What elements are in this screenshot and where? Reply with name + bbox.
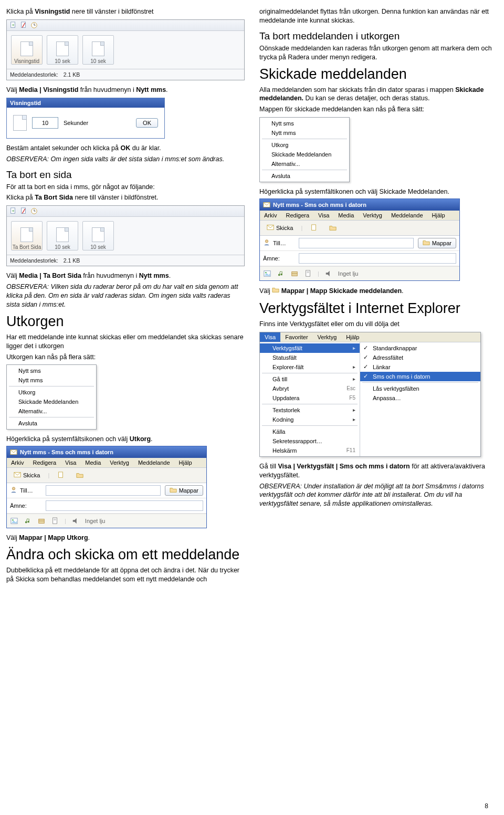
ie-menu-favoriter[interactable]: Favoriter: [280, 332, 312, 342]
status-label: Meddelandestorlek:: [10, 257, 58, 264]
menu-arkiv[interactable]: Arkiv: [7, 458, 28, 467]
menu-redigera[interactable]: Redigera: [28, 458, 60, 467]
seconds-input[interactable]: [32, 117, 58, 129]
menu-item[interactable]: Standardknappar: [360, 343, 480, 353]
slide-thumb[interactable]: 10 sek: [47, 221, 78, 250]
visningstid-button[interactable]: Visningstid: [11, 35, 43, 65]
menu-meddelande[interactable]: Meddelande: [134, 458, 174, 467]
para: Gå till Visa | Verktygsfält | Sms och mm…: [259, 462, 498, 480]
menu-item-alternativ[interactable]: Alternativ...: [7, 406, 96, 416]
para: Mappen för skickade meddelanden kan nås …: [259, 105, 498, 114]
menu-item[interactable]: Textstorlek: [260, 405, 360, 415]
menu-media[interactable]: Media: [81, 458, 105, 467]
menu-item[interactable]: AvbrytEsc: [260, 384, 360, 393]
menu-item-utkorg[interactable]: Utkorg: [260, 140, 349, 150]
menu-item[interactable]: Lås verktygsfälten: [360, 384, 480, 393]
page-icon[interactable]: [54, 471, 68, 480]
menu-item-alternativ[interactable]: Alternativ...: [260, 159, 349, 169]
menu-item-skickade[interactable]: Skickade Meddelanden: [260, 150, 349, 159]
para: Dubbelklicka på ett meddelande för att ö…: [6, 566, 245, 584]
menu-item[interactable]: Sekretessrapport…: [260, 436, 360, 446]
ie-menu-verktyg[interactable]: Verktyg: [313, 332, 342, 342]
menu-item-utkorg[interactable]: Utkorg: [7, 388, 96, 397]
speaker-icon[interactable]: [324, 269, 333, 278]
menu-item[interactable]: Sms och mms i datorn: [360, 372, 480, 381]
ie-visa-menu: Visa Favoriter Verktyg Hjälp Verktygsfäl…: [259, 332, 481, 457]
folder-icon[interactable]: [72, 471, 87, 480]
heading-andra-skicka: Ändra och skicka om ett meddelande: [6, 547, 245, 563]
menu-item-avsluta[interactable]: Avsluta: [260, 171, 349, 181]
mappar-button[interactable]: Mappar: [165, 485, 203, 496]
insert-image-icon[interactable]: [10, 517, 18, 525]
remove-page-icon[interactable]: [20, 22, 27, 29]
insert-audio-icon[interactable]: [277, 269, 285, 278]
menu-item[interactable]: Verktygsfält: [260, 343, 360, 353]
menu-item-nytt-sms[interactable]: Nytt sms: [7, 366, 96, 375]
menu-item-nytt-mms[interactable]: Nytt mms: [260, 128, 349, 138]
insert-object-icon[interactable]: [37, 517, 46, 525]
menu-media[interactable]: Media: [334, 211, 358, 220]
menu-item[interactable]: Kodning: [260, 415, 360, 424]
menu-item-avsluta[interactable]: Avsluta: [7, 419, 96, 428]
subject-input[interactable]: [299, 253, 456, 264]
insert-object-icon[interactable]: [290, 269, 299, 278]
menu-visa[interactable]: Visa: [61, 458, 80, 467]
insert-text-icon[interactable]: [304, 269, 312, 278]
skicka-button[interactable]: Skicka: [263, 223, 297, 233]
clock-icon[interactable]: [30, 22, 38, 29]
ie-menu-visa[interactable]: Visa: [260, 332, 280, 342]
menu-redigera[interactable]: Redigera: [281, 211, 313, 220]
ie-menu-help[interactable]: Hjälp: [341, 332, 364, 342]
slide-thumb[interactable]: 10 sek: [47, 35, 78, 65]
menu-help[interactable]: Hjälp: [428, 211, 449, 220]
slide-thumb[interactable]: 10 sek: [82, 221, 114, 250]
insert-audio-icon[interactable]: [24, 517, 32, 525]
to-input[interactable]: [299, 238, 414, 248]
to-input[interactable]: [46, 485, 161, 496]
button-label: Ta Bort Sida: [13, 244, 41, 250]
remove-page-icon[interactable]: [20, 207, 27, 215]
slide-thumb[interactable]: 10 sek: [82, 35, 114, 65]
folder-icon: [272, 286, 279, 296]
menu-verktyg[interactable]: Verktyg: [106, 458, 133, 467]
to-button[interactable]: Till…: [10, 486, 41, 495]
menu-item[interactable]: Länkar: [360, 362, 480, 372]
skicka-button[interactable]: Skicka: [10, 470, 44, 480]
subject-input[interactable]: [46, 500, 203, 511]
insert-image-icon[interactable]: [263, 269, 271, 278]
to-button[interactable]: Till…: [263, 239, 295, 247]
menu-item[interactable]: Explorer-fält: [260, 362, 360, 372]
ta-bort-sida-button[interactable]: Ta Bort Sida: [11, 221, 43, 250]
menubar: Arkiv Redigera Visa Media Verktyg Meddel…: [7, 458, 206, 468]
menu-item-nytt-mms[interactable]: Nytt mms: [7, 375, 96, 385]
ok-button[interactable]: OK: [136, 118, 158, 128]
subject-label: Ämne:: [263, 255, 295, 262]
add-page-icon[interactable]: +: [9, 207, 17, 215]
window-title: Nytt mms - Sms och mms i datorn: [20, 449, 113, 455]
menu-meddelande[interactable]: Meddelande: [387, 211, 427, 220]
menu-item-nytt-sms[interactable]: Nytt sms: [260, 119, 349, 128]
clock-icon[interactable]: [30, 207, 38, 215]
insert-text-icon[interactable]: [51, 517, 59, 525]
menu-visa[interactable]: Visa: [314, 211, 333, 220]
menu-item[interactable]: Statusfält: [260, 353, 360, 362]
folder-icon[interactable]: [326, 223, 340, 233]
menu-verktyg[interactable]: Verktyg: [359, 211, 386, 220]
sep-icon: |: [48, 472, 49, 478]
menu-item[interactable]: Anpassa…: [360, 393, 480, 403]
menu-item[interactable]: HelskärmF11: [260, 446, 360, 455]
svg-rect-28: [312, 225, 316, 231]
menu-item[interactable]: UppdateraF5: [260, 393, 360, 403]
menu-arkiv[interactable]: Arkiv: [260, 211, 281, 220]
mappar-button[interactable]: Mappar: [418, 238, 456, 248]
menu-item[interactable]: Adressfältet: [360, 353, 480, 362]
menu-item-skickade[interactable]: Skickade Meddelanden: [7, 397, 96, 406]
menu-item[interactable]: Källa: [260, 427, 360, 436]
menu-item[interactable]: Gå till: [260, 374, 360, 384]
page-icon[interactable]: [307, 223, 321, 233]
thumb-label: 10 sek: [90, 244, 106, 250]
button-label: Visningstid: [14, 58, 39, 64]
menu-help[interactable]: Hjälp: [175, 458, 196, 467]
add-page-icon[interactable]: +: [9, 22, 17, 29]
speaker-icon[interactable]: [71, 517, 80, 525]
